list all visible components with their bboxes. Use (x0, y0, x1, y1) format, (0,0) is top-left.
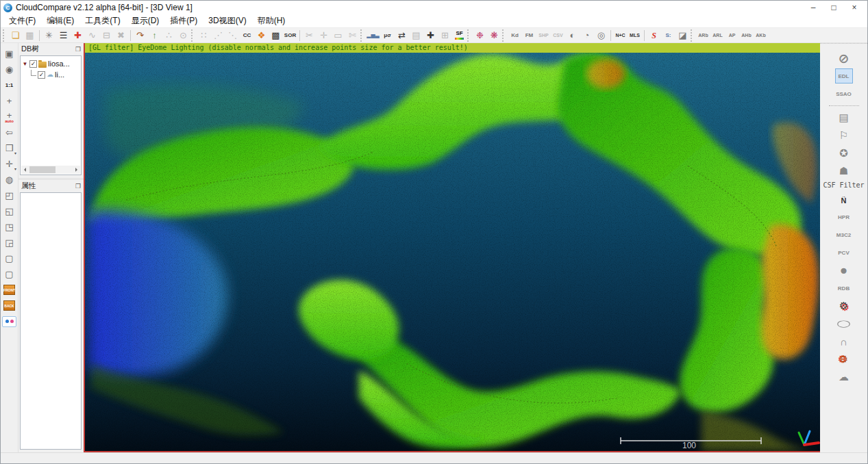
view-top-button[interactable]: ◰ (2, 188, 16, 203)
csf-normal-button[interactable]: →N (835, 192, 853, 207)
screenshot-camera-button[interactable]: ◉ (2, 62, 16, 77)
octree-button[interactable]: ⊙ (176, 29, 190, 42)
menu-display[interactable]: 显示(D) (126, 14, 165, 27)
mls-smoothing-button[interactable]: MLS (628, 29, 642, 42)
view-iso1-button[interactable]: ▢ (2, 251, 16, 266)
interactive-segment-button[interactable]: ✂ (302, 29, 317, 42)
sf-color-scale-button[interactable]: SF (452, 29, 467, 42)
view-left-button[interactable]: ◳ (2, 220, 16, 234)
shp-export-button[interactable]: SHP (536, 29, 551, 42)
sf-arithmetic-button[interactable]: ⊞ (438, 29, 452, 42)
toolbar-handle[interactable] (502, 29, 506, 42)
plane-slice-button[interactable]: ◪ (675, 29, 690, 42)
facets-shield-button[interactable]: ☗ (835, 164, 853, 179)
pcv-button[interactable]: PCV (835, 245, 853, 260)
animation-button[interactable]: ▤ (835, 110, 853, 125)
ssao-filter-button[interactable]: SSAO (835, 86, 853, 101)
crop-button[interactable]: ✄ (345, 29, 360, 42)
stereo-glasses-button[interactable] (2, 314, 16, 328)
delete-button[interactable]: ✖ (114, 29, 128, 42)
histogram-button[interactable]: ▂▅▃ (366, 29, 380, 42)
fox-plugin-button[interactable]: ❖ (254, 29, 269, 42)
close-button[interactable]: × (844, 1, 865, 14)
sor-filter-button[interactable]: SOR (283, 29, 297, 42)
globe-mesh-button[interactable]: ◎ (594, 29, 608, 42)
merge-button[interactable]: ↑ (147, 29, 162, 42)
ransac-gears-button[interactable]: ⚙ (835, 298, 853, 313)
hpr-button[interactable]: HPR (835, 209, 853, 224)
compass-button[interactable]: ✪ (835, 146, 853, 161)
scroll-thumb[interactable] (29, 166, 55, 173)
minimize-button[interactable]: – (803, 1, 823, 14)
3d-viewport[interactable]: 100 [GL filter] EyeDome Lighting (disabl… (84, 43, 820, 452)
s-fit-points-button[interactable]: S: (661, 29, 675, 42)
plugin-4-button[interactable]: AHb (739, 29, 754, 42)
toolbar-handle[interactable] (467, 29, 471, 42)
tree-expander-icon[interactable]: ▼ (22, 61, 28, 67)
sphere-half-button[interactable]: ◐ (565, 29, 580, 42)
global-shift-button[interactable]: ✳ (42, 29, 56, 42)
menu-edit[interactable]: 编辑(E) (41, 14, 79, 27)
scroll-track[interactable] (28, 166, 73, 174)
properties-list-button[interactable]: ☰ (56, 29, 71, 42)
sf-grid-button[interactable]: ▤ (409, 29, 423, 42)
s-curve-button[interactable]: S (647, 29, 661, 42)
tree-item[interactable]: ✓☁li... (22, 69, 81, 80)
gaussian-fit-button[interactable]: μσ (380, 29, 395, 42)
edl-filter-button[interactable]: EDL (835, 68, 853, 83)
subsample-button[interactable]: ∴ (162, 29, 176, 42)
plugin-5-button[interactable]: AKb (754, 29, 768, 42)
screen-render-button[interactable]: ▣ (2, 47, 16, 61)
toolbar-handle[interactable] (691, 29, 694, 42)
toolbar-handle[interactable] (360, 29, 364, 42)
kd-tree-button[interactable]: Kd (508, 29, 522, 42)
scroll-left-icon[interactable] (21, 166, 28, 174)
csv-export-button[interactable]: CSV (551, 29, 565, 42)
m3c2-button[interactable]: M3C2 (835, 227, 853, 242)
menu-tools[interactable]: 工具类(T) (79, 14, 125, 27)
toolbar-handle[interactable] (191, 29, 195, 42)
add-scalar-field-button[interactable]: ✚ (423, 29, 438, 42)
menu-help[interactable]: 帮助(H) (252, 14, 291, 27)
clone-button[interactable]: ↷ (133, 29, 147, 42)
plugin-3-button[interactable]: AP (725, 29, 739, 42)
rdb-import-button[interactable]: RDB (835, 281, 853, 296)
pick-rotation-center-button[interactable]: ⇦ (2, 125, 16, 140)
fm-plugin-button[interactable]: FM (522, 29, 536, 42)
filter-points-button[interactable]: ⋰ (211, 29, 225, 42)
point-cloud-view[interactable]: 100 (85, 43, 820, 451)
maximize-button[interactable]: □ (823, 1, 844, 14)
auto-pick-center-button[interactable]: +auto (2, 109, 16, 124)
cloud-cloud-compare-button[interactable]: CC (240, 29, 254, 42)
tree-item-checkbox[interactable]: ✓ (38, 71, 45, 79)
properties-float-button[interactable]: ❐ (75, 183, 81, 190)
menu-plugins[interactable]: 插件(P) (164, 14, 203, 27)
zoom-magnifier-button[interactable]: ◍ (2, 172, 16, 187)
view-back-button[interactable]: BACK (2, 298, 16, 313)
perspective-mode-button[interactable]: ❒▾ (2, 141, 16, 155)
noise-filter-button[interactable]: ∷ (197, 29, 211, 42)
view-front-button[interactable]: FRONT (2, 283, 16, 297)
canupo-classify-button[interactable]: ❋ (487, 29, 501, 42)
save-button[interactable]: ▦ (23, 29, 37, 42)
tree-item-checkbox[interactable]: ✓ (29, 60, 37, 68)
db-tree-content[interactable]: ▼✓liosa...✓☁li... (20, 55, 82, 175)
magnet-tool-button[interactable]: ∩ (835, 334, 853, 349)
circle-fit-button[interactable]: ◯ (835, 316, 853, 331)
checkerboard-button[interactable]: ▩ (269, 29, 283, 42)
disable-gl-filter-button[interactable]: ⊘ (835, 51, 853, 66)
normals-compute-button[interactable]: N+C (613, 29, 628, 42)
sample-points-button[interactable]: ⋱ (225, 29, 240, 42)
broom-button[interactable]: ⚐ (835, 128, 853, 143)
translate-rotate-button[interactable]: ✛ (317, 29, 331, 42)
cloud-layers-button[interactable]: ☁ (835, 370, 853, 385)
view-right-button[interactable]: ◲ (2, 235, 16, 250)
plugin-2-button[interactable]: ARL (710, 29, 725, 42)
menu-file[interactable]: 文件(F) (3, 14, 41, 27)
zoom-fit-button[interactable]: + (2, 94, 16, 108)
view-bottom-button[interactable]: ◱ (2, 204, 16, 218)
menu-3d-views[interactable]: 3D视图(V) (203, 14, 251, 27)
view-iso2-button[interactable]: ▢ (2, 267, 16, 281)
toolbar-handle[interactable] (3, 29, 6, 42)
open-button[interactable]: ❏ (8, 29, 23, 42)
